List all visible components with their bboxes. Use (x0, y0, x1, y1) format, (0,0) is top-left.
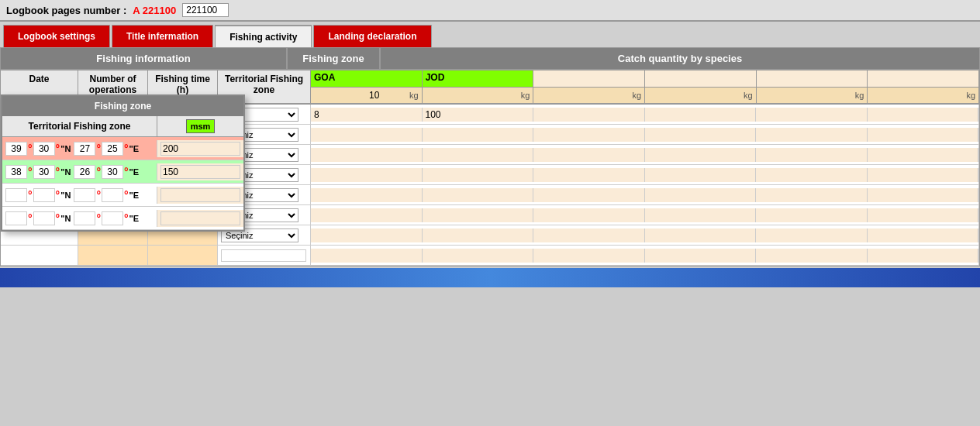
species-data-3-5 (868, 168, 979, 182)
species-val-input-0-4[interactable] (759, 109, 864, 120)
fp-val-input-3[interactable] (160, 211, 240, 225)
species-val-input-4-4[interactable] (759, 190, 864, 201)
species-val-input-2-2[interactable] (537, 149, 641, 160)
coord-min-input[interactable] (33, 188, 55, 202)
species-val-input-7-0[interactable] (314, 250, 419, 261)
species-data-7-4 (756, 249, 868, 263)
species-name-1: JOD (423, 70, 533, 88)
fp-zone-cell-0: °°"N °°"E (2, 140, 157, 157)
species-val-input-7-5[interactable] (871, 250, 975, 261)
species-kg-label-2: kg (632, 91, 641, 100)
coord-deg-input[interactable] (5, 188, 27, 202)
fp-header: Fishing zone (2, 96, 243, 116)
species-val-input-0-5[interactable] (871, 109, 975, 120)
species-val-input-0-3[interactable] (648, 109, 753, 120)
species-data-6-0 (311, 228, 423, 242)
coord-deg-input[interactable] (74, 165, 95, 179)
date-input-7[interactable] (4, 250, 74, 261)
species-val-input-4-0[interactable] (314, 190, 419, 201)
species-val-input-7-2[interactable] (537, 250, 641, 261)
species-val-input-0-2[interactable] (537, 109, 641, 120)
species-val-input-1-4[interactable] (759, 129, 864, 140)
coord-min-input[interactable] (33, 211, 55, 225)
species-val-input-6-1[interactable] (426, 230, 530, 241)
species-val-input-5-4[interactable] (759, 210, 864, 221)
species-val-input-0-1[interactable] (426, 109, 530, 120)
species-val-input-3-5[interactable] (871, 170, 975, 180)
species-val-input-4-1[interactable] (426, 190, 530, 201)
coord-min-input[interactable] (33, 142, 55, 156)
species-val-input-6-3[interactable] (648, 230, 753, 241)
coord-deg-input[interactable] (5, 165, 27, 179)
species-kg-label-0: kg (409, 91, 419, 100)
tab-landing-declaration[interactable]: Landing declaration (313, 25, 431, 47)
species-val-input-2-1[interactable] (426, 149, 530, 160)
species-val-input-2-0[interactable] (314, 149, 419, 160)
tab-fishing-activity[interactable]: Fishing activity (215, 25, 312, 47)
species-val-input-5-3[interactable] (648, 210, 753, 221)
species-val-input-2-5[interactable] (871, 149, 975, 160)
species-val-input-5-1[interactable] (426, 210, 530, 221)
coord-deg-input[interactable] (5, 211, 27, 225)
coord-dir-label: "N (60, 191, 71, 200)
fp-row-0: °°"N °°"E (2, 137, 243, 160)
species-val-input-3-3[interactable] (648, 170, 753, 180)
species-val-input-4-2[interactable] (537, 190, 641, 201)
species-kg-input-5[interactable] (926, 90, 964, 101)
species-val-input-1-0[interactable] (314, 129, 419, 140)
coord-min-input[interactable] (102, 165, 123, 179)
species-kg-input-3[interactable] (703, 90, 742, 101)
species-kg-input-1[interactable] (481, 90, 519, 101)
zone-input-7[interactable] (221, 249, 306, 262)
cell-fishing-time-7 (148, 246, 218, 265)
species-header-5: kg (868, 70, 979, 103)
species-val-input-1-2[interactable] (537, 129, 641, 140)
species-kg-input-2[interactable] (592, 90, 630, 101)
fishing-time-input-7[interactable] (151, 250, 214, 261)
coord-deg-input[interactable] (5, 142, 27, 156)
species-val-input-7-3[interactable] (648, 250, 753, 261)
species-val-input-6-5[interactable] (871, 230, 975, 241)
species-kg-input-0[interactable] (369, 90, 408, 101)
species-val-input-3-1[interactable] (426, 170, 530, 180)
species-val-input-1-1[interactable] (426, 129, 530, 140)
tab-logbook-settings[interactable]: Logbook settings (3, 25, 110, 47)
species-val-input-4-5[interactable] (871, 190, 975, 201)
species-val-input-7-1[interactable] (426, 250, 530, 261)
species-val-input-6-4[interactable] (759, 230, 864, 241)
coord-deg-input[interactable] (74, 211, 95, 225)
species-val-input-5-0[interactable] (314, 210, 419, 221)
coord-deg-input[interactable] (74, 188, 95, 202)
species-val-input-1-5[interactable] (871, 129, 975, 140)
fp-val-input-2[interactable] (160, 188, 240, 202)
fp-val-input-0[interactable] (160, 142, 240, 156)
tab-title-info[interactable]: Title infermation (112, 25, 213, 47)
species-val-input-4-3[interactable] (648, 190, 753, 201)
species-val-input-3-2[interactable] (537, 170, 641, 180)
species-data-6-4 (756, 228, 868, 242)
species-data-6-1 (423, 228, 534, 242)
num-ops-input-7[interactable] (81, 250, 144, 261)
coord-min-input[interactable] (102, 142, 123, 156)
species-val-input-2-3[interactable] (648, 149, 753, 160)
msm-button[interactable]: msm (186, 119, 216, 133)
fp-val-input-1[interactable] (160, 165, 240, 179)
species-data-2-0 (311, 148, 423, 162)
species-val-input-1-3[interactable] (648, 129, 753, 140)
species-val-input-3-4[interactable] (759, 170, 864, 180)
coord-deg-input[interactable] (74, 142, 95, 156)
species-kg-input-4[interactable] (815, 90, 854, 101)
species-val-input-5-5[interactable] (871, 210, 975, 221)
coord-min-input[interactable] (102, 211, 123, 225)
coord-min-input[interactable] (33, 165, 55, 179)
species-val-input-5-2[interactable] (537, 210, 641, 221)
coord-min-input[interactable] (102, 188, 123, 202)
species-val-input-6-2[interactable] (537, 230, 641, 241)
species-val-input-6-0[interactable] (314, 230, 419, 241)
species-val-input-7-4[interactable] (759, 250, 864, 261)
logbook-number-input[interactable] (182, 3, 229, 17)
species-val-input-3-0[interactable] (314, 170, 419, 180)
species-val-input-2-4[interactable] (759, 149, 864, 160)
species-val-input-0-0[interactable] (314, 109, 419, 120)
species-name-4 (757, 70, 868, 88)
